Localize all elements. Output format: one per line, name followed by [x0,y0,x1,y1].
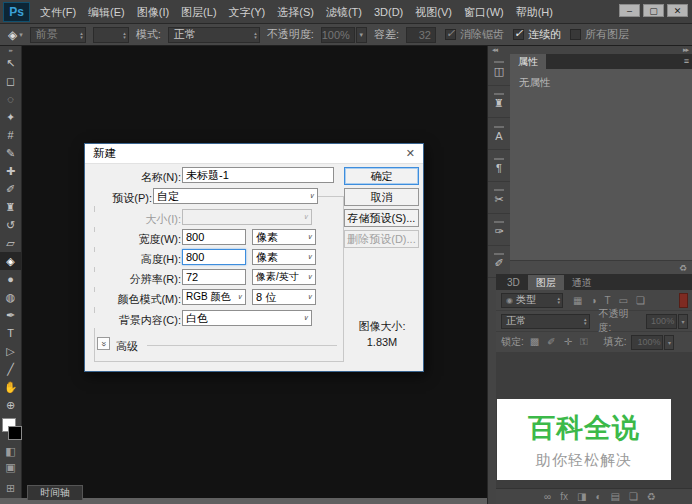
lasso-tool[interactable]: ◌ [0,90,21,108]
resolution-unit-select[interactable]: 像素/英寸∨ [252,269,316,285]
history-brush-tool[interactable]: ↺ [0,216,21,234]
menu-help[interactable]: 帮助(H) [510,0,559,24]
tab-properties[interactable]: 属性 [510,54,546,69]
dodge-tool[interactable]: ◍ [0,288,21,306]
ok-button[interactable]: 确定 [344,167,419,185]
panel-menu-icon[interactable]: ≡ [684,56,689,66]
layer-group-icon[interactable]: ▤ [610,491,619,502]
opacity-dropdown-icon[interactable]: ▾ [678,314,688,329]
clone-source-panel-button[interactable]: ♜ [488,86,510,118]
filter-shape-layers-icon[interactable]: ▭ [618,295,629,306]
new-layer-icon[interactable]: ❏ [629,491,638,502]
layer-mask-icon[interactable]: ◨ [577,491,586,502]
hand-tool[interactable]: ✋ [0,378,21,396]
opacity-slider-button[interactable]: ▾ [356,27,367,43]
lock-transparency-icon[interactable]: ▩ [529,336,540,348]
dialog-close-icon[interactable]: ✕ [406,147,415,160]
menu-file[interactable]: 文件(F) [34,0,82,24]
history-panel-button[interactable]: ◫ [488,54,510,86]
timeline-panel-tab[interactable]: 时间轴 [27,485,83,500]
adjustment-layer-icon[interactable]: ◐ [595,491,601,502]
tab-3d[interactable]: 3D [499,275,528,290]
magic-wand-tool[interactable]: ✦ [0,108,21,126]
zoom-tool[interactable]: ⊕ [0,396,21,414]
screen-mode-menu-button[interactable]: ⊞ [0,481,21,495]
tool-preset-picker[interactable]: ◈▾ [8,28,23,42]
pen-tool[interactable]: ✒ [0,306,21,324]
marquee-tool[interactable]: ◻ [0,72,21,90]
close-button[interactable]: ✕ [667,4,688,17]
width-input[interactable] [182,229,246,245]
tab-layers[interactable]: 图层 [528,275,564,290]
eyedropper-tool[interactable]: ✎ [0,144,21,162]
contiguous-checkbox[interactable]: 连续的 [513,27,561,42]
delete-layer-icon[interactable]: ♻ [647,491,656,502]
filter-toggle[interactable] [679,293,688,308]
blend-mode-select[interactable]: 正常 [501,314,590,329]
brush-presets-panel-button[interactable]: ✑ [488,214,510,246]
menu-type[interactable]: 文字(Y) [223,0,272,24]
save-preset-button[interactable]: 存储预设(S)... [344,209,419,227]
background-color-swatch[interactable] [8,426,22,440]
preset-select[interactable]: 自定∨ [153,188,318,204]
collapse-toolbar-icon[interactable]: ▸▸ [0,46,21,54]
height-unit-select[interactable]: 像素∨ [252,249,316,265]
menu-edit[interactable]: 编辑(E) [82,0,131,24]
delete-icon[interactable]: ♻ [679,263,687,273]
anti-alias-checkbox[interactable]: 消除锯齿 [445,27,504,42]
screen-mode-button[interactable]: ▣ [0,459,21,475]
clone-stamp-tool[interactable]: ♜ [0,198,21,216]
lock-all-icon[interactable]: ⚿ [579,336,589,348]
tab-channels[interactable]: 通道 [564,275,600,290]
filter-smart-objects-icon[interactable]: ❏ [635,295,646,306]
cancel-button[interactable]: 取消 [344,188,419,206]
background-select[interactable]: 白色∨ [182,310,312,326]
character-panel-button[interactable]: A [488,118,510,150]
layer-style-icon[interactable]: fx [560,491,568,502]
pattern-picker[interactable] [93,27,129,43]
paragraph-panel-button[interactable]: ¶ [488,150,510,182]
fill-dropdown-icon[interactable]: ▾ [664,335,674,350]
resolution-input[interactable] [182,269,246,285]
color-mode-select[interactable]: RGB 颜色∨ [182,289,246,305]
menu-view[interactable]: 视图(V) [409,0,458,24]
blur-tool[interactable]: ● [0,270,21,288]
tolerance-input[interactable]: 32 [406,27,436,43]
crop-tool[interactable]: # [0,126,21,144]
type-tool[interactable]: T [0,324,21,342]
fill-input[interactable]: 100% [631,335,663,350]
minimize-button[interactable]: – [619,4,640,17]
color-depth-select[interactable]: 8 位∨ [252,289,316,305]
menu-3d[interactable]: 3D(D) [368,0,409,24]
healing-brush-tool[interactable]: ✚ [0,162,21,180]
filter-type-select[interactable]: ◉ 类型 [501,293,563,308]
menu-image[interactable]: 图像(I) [131,0,175,24]
height-input[interactable] [182,249,246,265]
tool-presets-panel-button[interactable]: ✂ [488,182,510,214]
fill-source-select[interactable]: 前景 [30,27,86,43]
lock-move-icon[interactable]: ✛ [563,336,573,348]
lock-paint-icon[interactable]: ✐ [546,336,556,348]
move-tool[interactable]: ↖ [0,54,21,72]
layer-opacity-input[interactable]: 100% [646,314,678,329]
menu-layer[interactable]: 图层(L) [175,0,222,24]
name-input[interactable] [182,167,334,183]
eraser-tool[interactable]: ▱ [0,234,21,252]
maximize-button[interactable]: ▢ [643,4,664,17]
quick-mask-button[interactable]: ◧ [0,443,21,459]
line-tool[interactable]: ╱ [0,360,21,378]
paint-bucket-tool[interactable]: ◈ [0,252,21,270]
path-selection-tool[interactable]: ▷ [0,342,21,360]
mode-select[interactable]: 正常 [168,27,260,43]
link-layers-icon[interactable]: ∞ [544,491,551,502]
all-layers-checkbox[interactable]: 所有图层 [570,27,629,42]
filter-type-layers-icon[interactable]: T [604,295,612,306]
expand-panels-icon[interactable]: ◂◂ [492,46,497,54]
advanced-expander-button[interactable]: » [97,337,110,350]
color-swatches[interactable] [1,417,21,443]
width-unit-select[interactable]: 像素∨ [252,229,316,245]
menu-window[interactable]: 窗口(W) [458,0,510,24]
menu-select[interactable]: 选择(S) [271,0,320,24]
brush-tool[interactable]: ✐ [0,180,21,198]
opacity-input[interactable]: 100% [321,27,355,43]
